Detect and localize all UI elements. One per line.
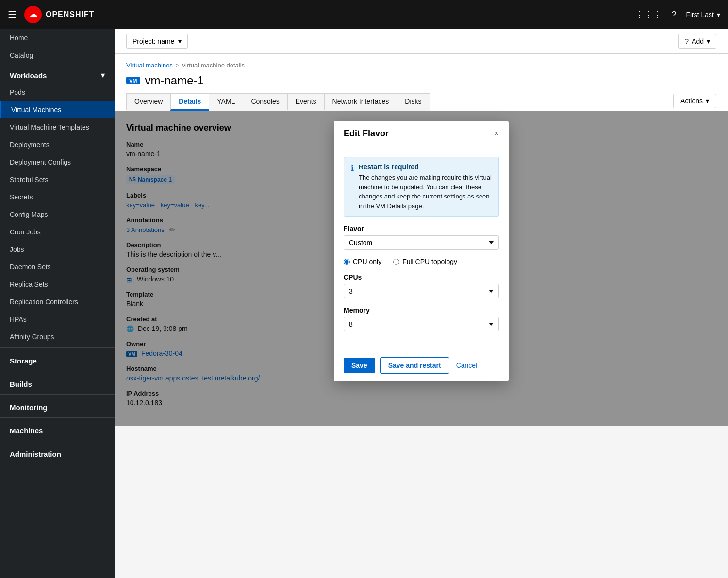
- topbar: Project: name ▾ ? Add ▾: [115, 29, 728, 54]
- sidebar-item-hpas[interactable]: HPAs: [0, 311, 115, 328]
- cpu-only-radio-label[interactable]: CPU only: [344, 258, 381, 265]
- sidebar-item-jobs[interactable]: Jobs: [0, 241, 115, 258]
- memory-group: Memory 2 4 8 16 32: [344, 306, 499, 331]
- modal-body: ℹ Restart is required The changes you ar…: [334, 147, 509, 349]
- redhat-logo: ☁: [24, 6, 42, 23]
- memory-select[interactable]: 2 4 8 16 32: [344, 317, 499, 331]
- sidebar-item-daemon-sets[interactable]: Daemon Sets: [0, 258, 115, 276]
- svg-text:☁: ☁: [29, 10, 37, 19]
- memory-label: Memory: [344, 306, 499, 314]
- navbar-right: ⋮⋮⋮ ? First Last ▾: [635, 9, 720, 20]
- modal-footer: Save Save and restart Cancel: [334, 349, 509, 381]
- sidebar-item-config-maps[interactable]: Config Maps: [0, 206, 115, 223]
- tab-details[interactable]: Details: [170, 93, 209, 111]
- flavor-label: Flavor: [344, 225, 499, 232]
- cpus-label: CPUs: [344, 273, 499, 281]
- modal-close-button[interactable]: ×: [494, 129, 499, 139]
- tab-overview[interactable]: Overview: [126, 93, 170, 111]
- sidebar-item-deployment-configs[interactable]: Deployment Configs: [0, 153, 115, 171]
- add-dropdown-icon: ▾: [707, 37, 710, 45]
- sidebar-item-stateful-sets[interactable]: Stateful Sets: [0, 171, 115, 188]
- save-button[interactable]: Save: [344, 358, 375, 373]
- sidebar-workloads-header[interactable]: Workloads ▾: [0, 64, 115, 83]
- modal-overlay: Edit Flavor × ℹ Restart is required The …: [115, 111, 728, 426]
- tab-consoles[interactable]: Consoles: [243, 93, 287, 111]
- sidebar: Home Catalog Workloads ▾ Pods Virtual Ma…: [0, 29, 115, 578]
- project-selector[interactable]: Project: name ▾: [126, 34, 188, 49]
- actions-button[interactable]: Actions ▾: [673, 94, 716, 108]
- sidebar-storage-header[interactable]: Storage: [0, 350, 115, 369]
- cpu-only-radio[interactable]: [344, 259, 350, 265]
- sidebar-item-deployments[interactable]: Deployments: [0, 136, 115, 153]
- cpus-group: CPUs 1 2 3 4 6 8: [344, 273, 499, 298]
- sidebar-item-cron-jobs[interactable]: Cron Jobs: [0, 223, 115, 241]
- navbar: ☰ ☁ OPENSHIFT ⋮⋮⋮ ? First Last ▾: [0, 0, 728, 29]
- flavor-group: Flavor Custom Tiny Small Medium Large: [344, 225, 499, 250]
- add-button[interactable]: ? Add ▾: [678, 34, 716, 49]
- add-question-icon: ?: [685, 37, 689, 45]
- tab-network-interfaces[interactable]: Network Interfaces: [324, 93, 397, 111]
- sidebar-administration-header[interactable]: Administration: [0, 443, 115, 462]
- info-icon: ℹ: [351, 164, 354, 211]
- breadcrumb-separator: >: [176, 62, 180, 69]
- actions-dropdown-icon: ▾: [706, 97, 709, 105]
- user-name: First Last: [686, 11, 714, 18]
- tab-yaml[interactable]: YAML: [209, 93, 243, 111]
- project-dropdown-icon: ▾: [178, 37, 182, 45]
- brand: ☁ OPENSHIFT: [24, 6, 95, 23]
- sidebar-item-pods[interactable]: Pods: [0, 83, 115, 101]
- tabs: Overview Details YAML Consoles Events Ne…: [126, 93, 716, 111]
- tab-disks[interactable]: Disks: [397, 93, 430, 111]
- sidebar-monitoring-header[interactable]: Monitoring: [0, 396, 115, 415]
- sidebar-machines-header[interactable]: Machines: [0, 420, 115, 439]
- vm-name: vm-name-1: [145, 74, 204, 87]
- vm-badge: VM: [126, 77, 140, 84]
- sidebar-item-replica-sets[interactable]: Replica Sets: [0, 276, 115, 293]
- edit-flavor-modal: Edit Flavor × ℹ Restart is required The …: [334, 121, 509, 381]
- restart-required-alert: ℹ Restart is required The changes you ar…: [344, 157, 499, 217]
- sidebar-item-home[interactable]: Home: [0, 29, 115, 47]
- full-cpu-radio-label[interactable]: Full CPU topology: [393, 258, 457, 265]
- project-label: Project: name: [132, 37, 174, 45]
- breadcrumb: Virtual machines > virtual machine detai…: [126, 62, 716, 69]
- breadcrumb-current: virtual machine details: [182, 62, 245, 69]
- flavor-select[interactable]: Custom Tiny Small Medium Large: [344, 235, 499, 250]
- modal-header: Edit Flavor ×: [334, 121, 509, 147]
- hamburger-icon[interactable]: ☰: [8, 9, 17, 20]
- modal-title: Edit Flavor: [344, 129, 389, 139]
- alert-title: Restart is required: [359, 163, 492, 171]
- user-dropdown-icon: ▾: [717, 11, 720, 18]
- workloads-chevron-icon: ▾: [101, 71, 105, 80]
- sidebar-item-vm-templates[interactable]: Virtual Machine Templates: [0, 118, 115, 136]
- sidebar-builds-header[interactable]: Builds: [0, 373, 115, 392]
- help-icon[interactable]: ?: [671, 10, 676, 20]
- brand-name: OPENSHIFT: [46, 10, 95, 19]
- save-restart-button[interactable]: Save and restart: [380, 357, 449, 374]
- main-content: Project: name ▾ ? Add ▾ Virtual machines…: [115, 29, 728, 578]
- full-cpu-radio[interactable]: [393, 259, 399, 265]
- grid-icon[interactable]: ⋮⋮⋮: [635, 9, 662, 20]
- sidebar-item-virtual-machines[interactable]: Virtual Machines: [0, 101, 115, 118]
- sidebar-item-affinity-groups[interactable]: Affinity Groups: [0, 328, 115, 346]
- cancel-button[interactable]: Cancel: [454, 358, 480, 373]
- sidebar-item-replication-controllers[interactable]: Replication Controllers: [0, 293, 115, 311]
- vm-title: VM vm-name-1: [126, 74, 716, 87]
- cpus-select[interactable]: 1 2 3 4 6 8: [344, 284, 499, 298]
- breadcrumb-parent[interactable]: Virtual machines: [126, 62, 173, 69]
- sidebar-item-secrets[interactable]: Secrets: [0, 188, 115, 206]
- content-wrapper: Virtual machine overview Name vm-name-1 …: [115, 111, 728, 426]
- user-menu[interactable]: First Last ▾: [686, 11, 720, 18]
- alert-body: The changes you are making require this …: [359, 173, 492, 211]
- cpu-radio-group: CPU only Full CPU topology: [344, 258, 499, 265]
- page-header: Virtual machines > virtual machine detai…: [115, 54, 728, 111]
- tab-events[interactable]: Events: [287, 93, 324, 111]
- sidebar-item-catalog[interactable]: Catalog: [0, 47, 115, 64]
